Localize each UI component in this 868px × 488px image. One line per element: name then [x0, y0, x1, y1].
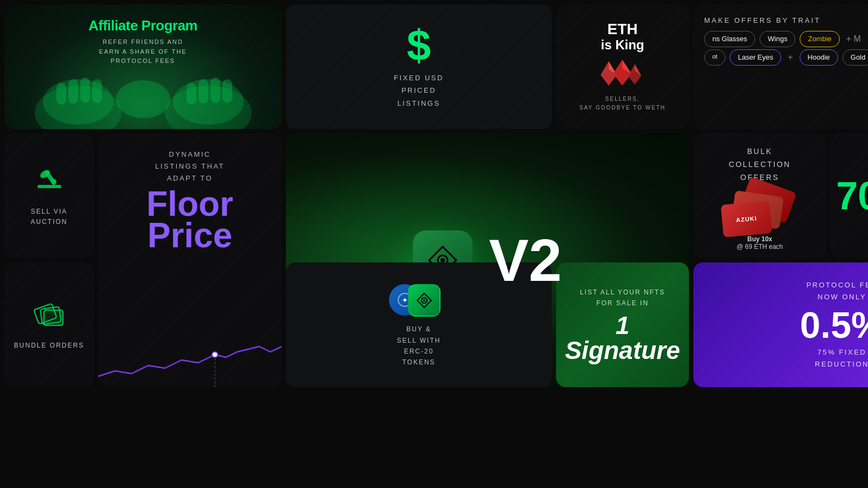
card-protocol: PROTOCOL FEE NOW ONLY 0.5% 75% FIXED RED… — [693, 262, 868, 387]
fixed-usd-text: FIXED USD PRICED LISTINGS — [394, 72, 444, 110]
handshake-svg — [8, 64, 279, 129]
svg-point-36 — [423, 299, 425, 301]
card-dynamic: DYNAMIC LISTINGS THAT ADAPT TO Floor Pri… — [98, 133, 282, 387]
svg-rect-19 — [37, 185, 61, 188]
v2-label: V2 — [489, 230, 562, 290]
floor-price-text: Floor Price — [111, 189, 269, 251]
svg-rect-9 — [187, 83, 196, 105]
card-traits: MAKE OFFERS BY TRAIT ns Glasses Wings Zo… — [693, 4, 868, 129]
fee-percent: 0.5% — [800, 306, 869, 343]
protocol-label: PROTOCOL FEE NOW ONLY — [806, 279, 868, 303]
token-group: ✦ — [389, 281, 449, 319]
eth-crystals — [598, 59, 647, 88]
eth-title: ETH is King — [601, 22, 644, 52]
card-fixed-usd: $ FIXED USD PRICED LISTINGS — [286, 4, 552, 129]
trait-tag-zombie[interactable]: Zombie — [800, 31, 839, 47]
trait-tag-plus2: + — [786, 49, 795, 66]
azuki-card-3: AZUKI — [720, 201, 772, 238]
signature-text: 1 Signature — [556, 313, 689, 363]
auction-label: SELL VIA AUCTION — [31, 207, 68, 227]
svg-rect-8 — [92, 79, 102, 103]
svg-rect-31 — [44, 310, 63, 325]
auction-icon — [33, 164, 66, 199]
nfts-number: 70 NFTs — [836, 176, 868, 215]
bundle-icon — [33, 298, 66, 333]
bulk-price: Buy 10x @ 69 ETH each — [737, 235, 783, 251]
list-nfts-label: LIST ALL YOUR NFTS FOR SALE IN — [580, 287, 665, 309]
card-bundle: BUNDLE ORDERS — [4, 262, 94, 387]
svg-point-28 — [441, 258, 445, 262]
svg-text:✦: ✦ — [402, 297, 407, 304]
floor-chart — [98, 322, 282, 387]
trait-tag-t[interactable]: ot — [704, 49, 725, 66]
chart-container — [98, 322, 282, 387]
affiliate-title: Affiliate Program — [88, 17, 197, 34]
trait-tags-container: ns Glasses Wings Zombie + M — [704, 31, 863, 47]
azuki-stack: AZUKI AZUKI AZUKI — [722, 184, 798, 235]
erc20-label: BUY & SELL WITH ERC-20 TOKENS — [397, 324, 441, 368]
card-bulk: BULK COLLECTION OFFERS AZUKI AZUKI AZUKI… — [693, 133, 826, 258]
trait-tags-row2: ot Laser Eyes + Hoodie Gold — [704, 49, 868, 66]
bundle-label: BUNDLE ORDERS — [14, 341, 84, 351]
svg-rect-12 — [222, 79, 232, 103]
trait-tag-hoodie[interactable]: Hoodie — [800, 49, 838, 66]
svg-rect-11 — [210, 78, 220, 103]
svg-rect-7 — [80, 78, 90, 103]
svg-point-4 — [116, 80, 170, 118]
crystals-svg — [598, 59, 647, 88]
trait-tag-glasses[interactable]: ns Glasses — [704, 31, 755, 47]
dollar-sign: $ — [407, 24, 431, 67]
trait-tag-wings[interactable]: Wings — [760, 31, 795, 47]
affiliate-subtitle: REFER FRIENDS AND EARN A SHARE OF THE PR… — [99, 37, 187, 66]
svg-rect-10 — [199, 79, 208, 104]
trait-tag-plus1: + M — [844, 31, 863, 47]
traits-title: MAKE OFFERS BY TRAIT — [704, 16, 821, 24]
trait-tag-gold[interactable]: Gold — [843, 49, 868, 66]
card-affiliate: Affiliate Program REFER FRIENDS AND EARN… — [4, 4, 282, 129]
trait-tag-laser[interactable]: Laser Eyes — [730, 49, 781, 66]
main-grid: Affiliate Program REFER FRIENDS AND EARN… — [0, 0, 868, 488]
card-eth: ETH is King SELLERS, SAY GOODBYE TO WETH — [556, 4, 689, 129]
card-list-nfts: LIST ALL YOUR NFTS FOR SALE IN 1 Signatu… — [556, 262, 689, 387]
token-green — [408, 284, 441, 317]
card-buy70: BUY OVER 70 NFTs IN ONE GO — [831, 133, 868, 258]
card-auction: SELL VIA AUCTION — [4, 133, 94, 258]
svg-rect-6 — [68, 79, 78, 104]
svg-point-22 — [51, 179, 56, 184]
eth-subtitle: SELLERS, SAY GOODBYE TO WETH — [579, 95, 666, 112]
protocol-reduction: 75% FIXED REDUCTION — [815, 346, 868, 370]
dynamic-text: DYNAMIC LISTINGS THAT ADAPT TO — [155, 149, 225, 184]
handshake-visual — [4, 64, 282, 129]
svg-rect-5 — [56, 83, 66, 105]
bulk-text: BULK COLLECTION OFFERS — [729, 145, 790, 184]
